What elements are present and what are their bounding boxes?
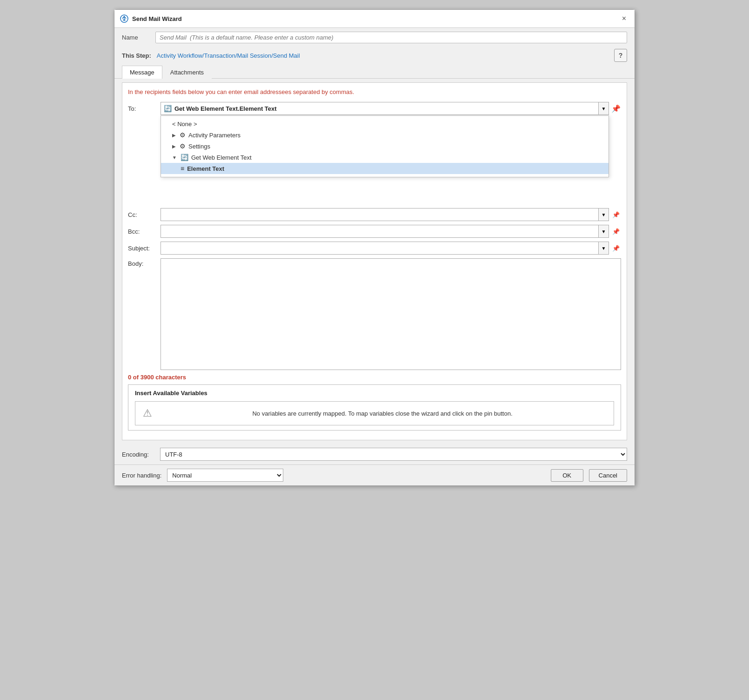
element-text-icon: ≡ <box>181 165 184 172</box>
bcc-label: Bcc: <box>128 228 160 235</box>
dropdown-element-text[interactable]: ≡ Element Text <box>161 163 609 174</box>
subject-field-wrap: ▼ <box>160 242 609 255</box>
activity-params-label: Activity Parameters <box>188 132 241 139</box>
none-label: < None > <box>172 121 197 128</box>
expand-arrow-settings: ▶ <box>172 144 176 149</box>
dialog-title: Send Mail Wizard <box>132 15 615 22</box>
vars-notice-text: No variables are currently mapped. To ma… <box>159 410 606 417</box>
to-input-content: 🔄 Get Web Element Text.Element Text <box>161 105 598 112</box>
help-button[interactable]: ? <box>614 49 627 62</box>
settings-icon: ⚙ <box>180 142 186 150</box>
encoding-select[interactable]: UTF-8 UTF-16 ISO-8859-1 ASCII <box>160 448 627 461</box>
cc-label: Cc: <box>128 211 160 218</box>
dropdown-activity-params[interactable]: ▶ ⚙ Activity Parameters <box>161 129 609 141</box>
chars-info: 0 of 3900 characters <box>128 374 621 381</box>
subject-dropdown-arrow[interactable]: ▼ <box>598 242 609 254</box>
bcc-field-wrap: ▼ <box>160 225 609 238</box>
tab-attachments[interactable]: Attachments <box>162 66 212 79</box>
info-text: In the recipients fields below you can e… <box>128 88 621 95</box>
warning-icon: ⚠ <box>143 407 152 419</box>
send-mail-wizard-dialog: Send Mail Wizard × Name This Step: Activ… <box>114 9 635 486</box>
dropdown-settings[interactable]: ▶ ⚙ Settings <box>161 141 609 152</box>
to-dropdown-arrow[interactable]: ▼ <box>598 102 609 114</box>
cancel-button[interactable]: Cancel <box>589 469 627 482</box>
name-input[interactable] <box>155 32 627 43</box>
bcc-pin-icon[interactable]: 📌 <box>611 226 621 236</box>
settings-label: Settings <box>188 143 210 150</box>
name-label: Name <box>122 34 150 41</box>
get-web-element-label: Get Web Element Text <box>191 154 252 161</box>
cc-row: Cc: ▼ 📌 <box>128 208 621 221</box>
bcc-input-row[interactable]: ▼ <box>160 225 609 238</box>
encoding-label: Encoding: <box>122 451 154 458</box>
bcc-row: Bcc: ▼ 📌 <box>128 225 621 238</box>
dropdown-none[interactable]: < None > <box>161 119 609 129</box>
expand-arrow-activity: ▶ <box>172 133 176 138</box>
body-label: Body: <box>128 258 160 267</box>
dropdown-get-web-element[interactable]: ▼ 🔄 Get Web Element Text <box>161 152 609 163</box>
to-input-row: 🔄 Get Web Element Text.Element Text ▼ <box>160 102 609 115</box>
tab-message[interactable]: Message <box>122 66 162 79</box>
to-icon: 🔄 <box>164 105 172 112</box>
to-label: To: <box>128 105 160 112</box>
encoding-row: Encoding: UTF-8 UTF-16 ISO-8859-1 ASCII <box>114 444 635 464</box>
get-web-element-icon: 🔄 <box>181 154 188 161</box>
step-row: This Step: Activity Workflow/Transaction… <box>114 47 635 66</box>
element-text-label: Element Text <box>187 165 224 172</box>
cc-dropdown-arrow[interactable]: ▼ <box>598 209 609 221</box>
close-button[interactable]: × <box>619 13 629 24</box>
to-field-wrap: 🔄 Get Web Element Text.Element Text ▼ < … <box>160 102 609 115</box>
step-link[interactable]: Activity Workflow/Transaction/Mail Sessi… <box>157 52 609 59</box>
vars-notice: ⚠ No variables are currently mapped. To … <box>135 401 614 425</box>
cc-input-row[interactable]: ▼ <box>160 208 609 221</box>
subject-row: Subject: ▼ 📌 <box>128 242 621 255</box>
subject-pin-icon[interactable]: 📌 <box>611 243 621 253</box>
bcc-dropdown-arrow[interactable]: ▼ <box>598 225 609 237</box>
name-row: Name <box>114 28 635 47</box>
expand-arrow-getweb: ▼ <box>172 155 177 160</box>
error-handling-select[interactable]: Normal Raise error Ignore <box>167 469 283 482</box>
content-area: In the recipients fields below you can e… <box>122 82 627 440</box>
cc-pin-icon[interactable]: 📌 <box>611 209 621 220</box>
tabs-row: Message Attachments <box>114 66 635 79</box>
activity-params-icon: ⚙ <box>180 131 186 139</box>
subject-label: Subject: <box>128 245 160 252</box>
vars-section: Insert Available Variables ⚠ No variable… <box>128 384 621 431</box>
wizard-icon <box>120 14 128 23</box>
footer-row: Error handling: Normal Raise error Ignor… <box>114 464 635 485</box>
step-label: This Step: <box>122 52 151 59</box>
to-pin-icon[interactable]: 📌 <box>611 103 621 114</box>
to-value: Get Web Element Text.Element Text <box>174 105 277 112</box>
to-row: To: 🔄 Get Web Element Text.Element Text … <box>128 102 621 115</box>
title-bar: Send Mail Wizard × <box>114 10 635 28</box>
cc-field-wrap: ▼ <box>160 208 609 221</box>
error-handling-label: Error handling: <box>122 472 161 479</box>
to-dropdown-overlay: < None > ▶ ⚙ Activity Parameters ▶ ⚙ Set… <box>160 115 609 177</box>
ok-button[interactable]: OK <box>551 469 583 482</box>
body-textarea[interactable] <box>160 258 621 370</box>
vars-title: Insert Available Variables <box>135 390 614 397</box>
body-row: Body: <box>128 258 621 370</box>
subject-input-row[interactable]: ▼ <box>160 242 609 255</box>
